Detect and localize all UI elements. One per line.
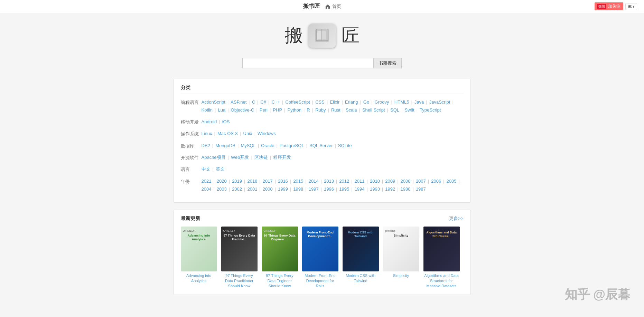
category-link[interactable]: SQLite: [338, 142, 352, 150]
category-link[interactable]: 1994: [355, 185, 365, 193]
category-link[interactable]: Python: [287, 106, 301, 114]
category-link[interactable]: 2009: [385, 177, 395, 185]
category-link[interactable]: Perl: [260, 106, 268, 114]
category-link[interactable]: ASP.net: [231, 98, 246, 106]
more-link[interactable]: 更多>>: [449, 215, 463, 222]
category-link[interactable]: Oracle: [261, 142, 274, 150]
category-link[interactable]: Objective-C: [231, 106, 254, 114]
category-link[interactable]: 2014: [309, 177, 319, 185]
category-link[interactable]: 2019: [232, 177, 242, 185]
category-link[interactable]: Apache项目: [202, 153, 226, 161]
category-link[interactable]: 2017: [263, 177, 273, 185]
category-link[interactable]: 2001: [247, 185, 257, 193]
category-link[interactable]: 1997: [309, 185, 319, 193]
book-item[interactable]: O'REILLY97 Things Every Data Engineer ..…: [262, 227, 298, 289]
category-link[interactable]: 1996: [324, 185, 334, 193]
book-title-link[interactable]: 97 Things Every Data Engineer Should Kno…: [262, 273, 298, 289]
book-title-link[interactable]: 97 Things Every Data Practitioner Should…: [221, 273, 258, 289]
navbar-home-link[interactable]: 首页: [325, 3, 341, 10]
book-item[interactable]: grokkingSimplicitySimplicity: [383, 227, 419, 289]
category-link[interactable]: 2016: [278, 177, 288, 185]
category-link[interactable]: Shell Script: [362, 106, 385, 114]
category-link[interactable]: TypeScript: [420, 106, 441, 114]
category-link[interactable]: 2010: [370, 177, 380, 185]
category-link[interactable]: 1987: [416, 185, 426, 193]
category-link[interactable]: Mac OS X: [217, 129, 238, 137]
category-link[interactable]: 2006: [431, 177, 441, 185]
category-link[interactable]: MySQL: [241, 142, 255, 150]
category-link[interactable]: Web开发: [231, 153, 249, 161]
category-link[interactable]: 2002: [232, 185, 242, 193]
category-link[interactable]: 1988: [401, 185, 411, 193]
category-link[interactable]: JavaScript: [429, 98, 450, 106]
book-title-link[interactable]: Modern Front-End Development for Rails: [302, 273, 338, 289]
category-link[interactable]: MongoDB: [215, 142, 235, 150]
category-link[interactable]: SQL: [390, 106, 399, 114]
book-item[interactable]: Algorithms and Data Structures...Algorit…: [423, 227, 460, 289]
category-link[interactable]: Elixir: [330, 98, 339, 106]
category-link[interactable]: Linux: [202, 129, 212, 137]
category-link[interactable]: Ruby: [315, 106, 326, 114]
category-link[interactable]: 2012: [339, 177, 349, 185]
category-link[interactable]: 1999: [278, 185, 288, 193]
follow-button[interactable]: 微博 加关注: [595, 2, 623, 10]
category-link[interactable]: R: [307, 106, 310, 114]
book-title-link[interactable]: Simplicity: [383, 273, 419, 278]
category-link[interactable]: SQL Server: [309, 142, 333, 150]
book-title-link[interactable]: Advancing into Analytics: [181, 273, 217, 284]
category-link[interactable]: Windows: [258, 129, 276, 137]
category-link[interactable]: DB2: [202, 142, 210, 150]
category-link[interactable]: 英文: [216, 165, 225, 173]
book-title-link[interactable]: Algorithms and Data Structures for Massi…: [423, 273, 460, 289]
category-link[interactable]: C: [252, 98, 255, 106]
category-link[interactable]: C++: [271, 98, 280, 106]
category-link[interactable]: 区块链: [254, 153, 268, 161]
category-link[interactable]: ActionScript: [202, 98, 225, 106]
category-link[interactable]: 2008: [401, 177, 411, 185]
category-link[interactable]: 2013: [324, 177, 334, 185]
category-link[interactable]: 1998: [293, 185, 303, 193]
category-link[interactable]: 中文: [202, 165, 211, 173]
category-link[interactable]: 程序开发: [273, 153, 291, 161]
category-link[interactable]: 2007: [416, 177, 426, 185]
category-link[interactable]: 1995: [339, 185, 349, 193]
category-link[interactable]: Groovy: [375, 98, 389, 106]
category-link[interactable]: Kotlin: [202, 106, 213, 114]
book-item[interactable]: O'REILLYAdvancing into AnalyticsAdvancin…: [181, 227, 217, 289]
category-link[interactable]: Android: [202, 118, 217, 126]
category-link[interactable]: iOS: [222, 118, 230, 126]
book-item[interactable]: Modern CSS with TailwindModern CSS with …: [343, 227, 379, 289]
category-link[interactable]: CoffeeScript: [285, 98, 310, 106]
book-item[interactable]: Modern Front-End Development f...Modern …: [302, 227, 338, 289]
category-link[interactable]: 2020: [217, 177, 227, 185]
category-link[interactable]: Unix: [243, 129, 252, 137]
category-separator: |: [412, 185, 413, 193]
category-link[interactable]: CSS: [315, 98, 325, 106]
category-link[interactable]: 1993: [370, 185, 380, 193]
category-link[interactable]: 2003: [217, 185, 227, 193]
category-link[interactable]: 2021: [202, 177, 212, 185]
category-link[interactable]: 2011: [355, 177, 365, 185]
category-link[interactable]: 2018: [247, 177, 257, 185]
book-title-link[interactable]: Modern CSS with Tailwind: [343, 273, 379, 284]
search-input[interactable]: [242, 58, 374, 68]
category-link[interactable]: 2004: [202, 185, 212, 193]
category-link[interactable]: Go: [363, 98, 369, 106]
category-link[interactable]: Lua: [218, 106, 225, 114]
book-item[interactable]: O'REILLY97 Things Every Data Practitio..…: [221, 227, 258, 289]
category-link[interactable]: C#: [260, 98, 266, 106]
category-link[interactable]: Java: [414, 98, 424, 106]
category-link[interactable]: 2005: [447, 177, 457, 185]
category-link[interactable]: HTML5: [394, 98, 409, 106]
category-link[interactable]: 1992: [385, 185, 395, 193]
category-link[interactable]: Scala: [346, 106, 357, 114]
category-link[interactable]: PostgreSQL: [280, 142, 304, 150]
category-link[interactable]: 2000: [263, 185, 273, 193]
search-button[interactable]: 书籍搜索: [374, 58, 402, 68]
category-link[interactable]: PHP: [273, 106, 282, 114]
category-link[interactable]: Erlang: [345, 98, 358, 106]
category-link[interactable]: Rust: [331, 106, 340, 114]
category-row: 开源软件Apache项目|Web开发|区块链|程序开发: [181, 153, 464, 162]
category-link[interactable]: 2015: [293, 177, 303, 185]
category-link[interactable]: Swift: [404, 106, 414, 114]
